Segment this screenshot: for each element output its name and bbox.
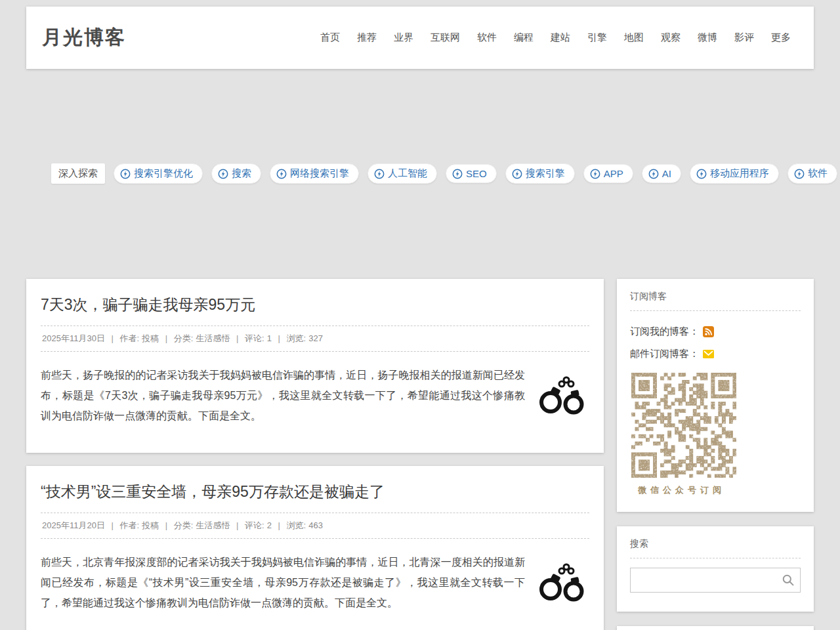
post-meta: 2025年11月30日 | 作者:投稿 | 分类:生活感悟 | 评论:1 | 浏… bbox=[41, 326, 589, 352]
wechat-qr-wrap: 微信公众号订阅 bbox=[631, 373, 801, 496]
nav-item-observe[interactable]: 观察 bbox=[661, 32, 681, 44]
nav-item-more[interactable]: 更多 bbox=[771, 32, 791, 44]
bolt-circle-icon bbox=[374, 169, 385, 179]
bolt-circle-icon bbox=[452, 169, 463, 179]
post-excerpt: 前些天，北京青年报深度部的记者采访我关于我妈妈被电信诈骗的事情，近日，北青深一度… bbox=[41, 552, 525, 613]
tag-pill-search-engine[interactable]: 搜索引擎 bbox=[505, 163, 575, 184]
qr-caption: 微信公众号订阅 bbox=[638, 484, 801, 496]
category-label: 分类: bbox=[174, 333, 194, 343]
views-label: 浏览: bbox=[287, 520, 306, 530]
bolt-circle-icon bbox=[648, 169, 659, 179]
nav-item-sitebuilding[interactable]: 建站 bbox=[551, 32, 570, 44]
author-label: 作者: bbox=[120, 333, 140, 343]
bolt-circle-icon bbox=[590, 169, 600, 179]
post-author[interactable]: 投稿 bbox=[142, 333, 159, 343]
main-nav: 首页 推荐 业界 互联网 软件 编程 建站 引擎 地图 观察 微博 影评 更多 bbox=[320, 32, 791, 44]
post-date: 2025年11月30日 bbox=[42, 333, 105, 343]
search-icon[interactable] bbox=[782, 574, 795, 589]
tag-pill-mobile-apps[interactable]: 移动应用程序 bbox=[690, 163, 779, 184]
search-input[interactable] bbox=[630, 568, 801, 593]
widget-title: 搜索 bbox=[630, 538, 801, 558]
bolt-circle-icon bbox=[512, 169, 522, 179]
site-header: 月光博客 首页 推荐 业界 互联网 软件 编程 建站 引擎 地图 观察 微博 影… bbox=[26, 7, 814, 69]
handcuffs-icon bbox=[537, 562, 587, 604]
tag-pill-seo[interactable]: SEO bbox=[446, 164, 497, 183]
author-label: 作者: bbox=[120, 520, 140, 530]
mail-subscribe-line: 邮件订阅博客： bbox=[630, 343, 801, 365]
post-body: 前些天，北京青年报深度部的记者采访我关于我妈妈被电信诈骗的事情，近日，北青深一度… bbox=[41, 539, 589, 613]
nav-item-featured[interactable]: 推荐 bbox=[357, 32, 377, 44]
tagbar-label: 深入探索 bbox=[51, 163, 105, 184]
post-date: 2025年11月20日 bbox=[42, 520, 105, 530]
main-content: 7天3次，骗子骗走我母亲95万元 2025年11月30日 | 作者:投稿 | 分… bbox=[26, 279, 604, 630]
nav-item-internet[interactable]: 互联网 bbox=[430, 32, 460, 44]
views-label: 浏览: bbox=[287, 333, 306, 343]
widget-title: 订阅博客 bbox=[630, 291, 801, 311]
bolt-circle-icon bbox=[120, 169, 131, 179]
mail-icon[interactable] bbox=[703, 349, 714, 359]
tag-pill-ai[interactable]: AI bbox=[642, 164, 681, 183]
tag-pill-artificial-intelligence[interactable]: 人工智能 bbox=[368, 163, 437, 184]
tag-pill-software[interactable]: 软件 bbox=[788, 163, 837, 184]
explore-tagbar: 深入探索 搜索引擎优化 搜索 网络搜索引擎 人工智能 SEO 搜索引擎 APP … bbox=[51, 163, 837, 184]
handcuffs-icon bbox=[537, 375, 587, 417]
nav-item-map[interactable]: 地图 bbox=[624, 32, 644, 44]
site-logo[interactable]: 月光博客 bbox=[42, 24, 126, 51]
rss-icon[interactable] bbox=[703, 326, 714, 337]
comments-label: 评论: bbox=[245, 520, 264, 530]
handcuffs-image bbox=[534, 365, 589, 426]
tag-pill-web-search-engine[interactable]: 网络搜索引擎 bbox=[270, 163, 359, 184]
post-comments-count[interactable]: 2 bbox=[267, 520, 272, 530]
tag-pill-app[interactable]: APP bbox=[583, 164, 633, 183]
category-label: 分类: bbox=[174, 520, 194, 530]
handcuffs-image bbox=[534, 552, 589, 613]
post-excerpt: 前些天，扬子晚报的的记者采访我关于我妈妈被电信诈骗的事情，近日，扬子晚报相关的报… bbox=[41, 365, 525, 426]
bolt-circle-icon bbox=[218, 169, 228, 179]
sidebar: 订阅博客 订阅我的博客： 邮件订阅博客： 微信公众号订阅 搜索 bbox=[617, 279, 814, 630]
nav-item-weibo[interactable]: 微博 bbox=[698, 32, 717, 44]
post-card-2: “技术男”设三重安全墙，母亲95万存款还是被骗走了 2025年11月20日 | … bbox=[26, 466, 604, 630]
comments-label: 评论: bbox=[245, 333, 264, 343]
post-title[interactable]: 7天3次，骗子骗走我母亲95万元 bbox=[41, 295, 589, 315]
post-views-count: 463 bbox=[308, 520, 323, 530]
post-author[interactable]: 投稿 bbox=[142, 520, 159, 530]
post-comments-count[interactable]: 1 bbox=[267, 333, 272, 343]
nav-item-software[interactable]: 软件 bbox=[477, 32, 497, 44]
nav-item-programming[interactable]: 编程 bbox=[514, 32, 534, 44]
search-box bbox=[630, 568, 801, 593]
nav-item-moviereview[interactable]: 影评 bbox=[734, 32, 754, 44]
subscribe-widget: 订阅博客 订阅我的博客： 邮件订阅博客： 微信公众号订阅 bbox=[617, 279, 814, 512]
nav-item-home[interactable]: 首页 bbox=[320, 32, 340, 44]
search-widget: 搜索 bbox=[617, 526, 814, 612]
next-widget-partial bbox=[617, 626, 814, 630]
nav-item-engine[interactable]: 引擎 bbox=[587, 32, 607, 44]
post-meta: 2025年11月20日 | 作者:投稿 | 分类:生活感悟 | 评论:2 | 浏… bbox=[41, 513, 589, 539]
tag-pill-search[interactable]: 搜索 bbox=[211, 163, 261, 184]
post-category[interactable]: 生活感悟 bbox=[196, 333, 230, 343]
nav-item-industry[interactable]: 业界 bbox=[394, 32, 413, 44]
bolt-circle-icon bbox=[276, 169, 287, 179]
tag-pill-seo-optimization[interactable]: 搜索引擎优化 bbox=[114, 163, 203, 184]
bolt-circle-icon bbox=[696, 169, 707, 179]
post-title[interactable]: “技术男”设三重安全墙，母亲95万存款还是被骗走了 bbox=[41, 482, 589, 502]
rss-subscribe-line: 订阅我的博客： bbox=[630, 320, 801, 343]
post-category[interactable]: 生活感悟 bbox=[196, 520, 230, 530]
bolt-circle-icon bbox=[794, 169, 805, 179]
post-views-count: 327 bbox=[308, 333, 323, 343]
wechat-qr-code bbox=[631, 373, 736, 478]
post-card-1: 7天3次，骗子骗走我母亲95万元 2025年11月30日 | 作者:投稿 | 分… bbox=[26, 279, 604, 453]
post-body: 前些天，扬子晚报的的记者采访我关于我妈妈被电信诈骗的事情，近日，扬子晚报相关的报… bbox=[41, 352, 589, 426]
